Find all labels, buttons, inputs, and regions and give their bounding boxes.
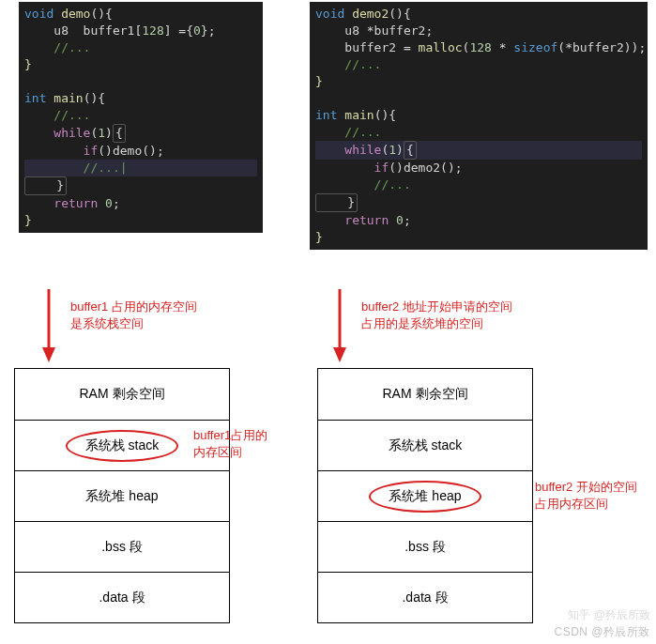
side-note-stack: buffer1占用的 内存区间 <box>193 427 267 461</box>
mem-row-heap: 系统堆 heap <box>318 470 532 521</box>
code-block-right: void demo2(){ u8 *buffer2; buffer2 = mal… <box>310 2 648 250</box>
watermark-zhihu: 知乎 @矜辰所致 <box>568 607 650 623</box>
mem-row-bss: .bss 段 <box>15 521 229 572</box>
right-column: void demo2(){ u8 *buffer2; buffer2 = mal… <box>310 2 656 250</box>
memory-table-right: RAM 剩余空间 系统栈 stack 系统堆 heap .bss 段 .data… <box>317 368 533 623</box>
svg-marker-3 <box>333 347 346 362</box>
mem-row-ram: RAM 剩余空间 <box>15 369 229 420</box>
left-column: void demo(){ u8 buffer1[128] ={0}; //...… <box>19 2 300 233</box>
code-block-left: void demo(){ u8 buffer1[128] ={0}; //...… <box>19 2 263 233</box>
mem-row-data: .data 段 <box>15 572 229 622</box>
mem-row-heap: 系统堆 heap <box>15 470 229 521</box>
mem-row-data: .data 段 <box>318 572 532 622</box>
watermark-csdn: CSDN @矜辰所致 <box>554 624 650 640</box>
note-left: buffer1 占用的内存空间 是系统栈空间 <box>70 299 197 332</box>
keyword-void: void <box>24 7 53 21</box>
mem-row-bss: .bss 段 <box>318 521 532 572</box>
mem-row-ram: RAM 剩余空间 <box>318 369 532 420</box>
note-right: buffer2 地址开始申请的空间 占用的是系统堆的空间 <box>361 299 512 332</box>
arrow-right-icon <box>330 289 349 362</box>
mem-row-stack: 系统栈 stack <box>318 420 532 470</box>
arrow-left-icon <box>39 289 58 362</box>
svg-marker-1 <box>42 347 55 362</box>
memory-table-left: RAM 剩余空间 系统栈 stack 系统堆 heap .bss 段 .data… <box>14 368 230 623</box>
side-note-heap: buffer2 开始的空间 占用内存区间 <box>535 479 637 513</box>
fn-demo: demo <box>53 7 90 21</box>
